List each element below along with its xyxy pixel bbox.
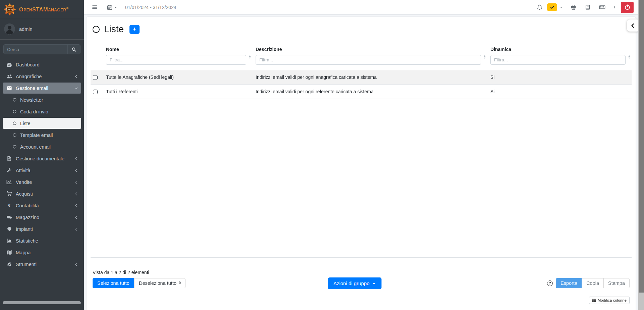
sidebar-item-vendite[interactable]: Vendite [3,176,81,188]
export-button[interactable]: Esporta [556,278,582,288]
gear-logo-icon: OSM [3,3,16,16]
chevron-left-icon [74,74,78,79]
file-icon [6,156,13,161]
liste-table: Nome ▲▼ Descrizione ▲▼ Dinamica ▲▼ [91,43,632,99]
sidebar-search [3,44,80,54]
add-record-button[interactable]: + [129,25,140,34]
sidebar-item-contabilit[interactable]: €Contabilità [3,200,81,211]
cog-icon [6,262,13,267]
sidebar-item-anagrafiche[interactable]: Anagrafiche [3,71,81,82]
sort-icons[interactable]: ▲▼ [628,55,631,59]
module-circle-icon [93,26,100,33]
chevron-left-icon [630,23,635,28]
edit-columns-button[interactable]: Modifica colonne [589,297,630,304]
print-icon[interactable] [571,4,576,10]
row-checkbox[interactable] [93,75,98,80]
table-row[interactable]: Tutte le Anagrafiche (Sedi legali)Indiri… [91,70,632,85]
content-card: Liste + Nome ▲▼ Descrizione ▲▼ [87,17,636,310]
brand-logo[interactable]: OSM OpenSTAManager® [0,0,84,19]
select-all-button[interactable]: Seleziona tutto [93,278,134,288]
sidebar-h-scrollbar[interactable] [3,301,81,304]
puzzle-icon [6,226,13,232]
circle-icon [12,121,17,125]
chevron-left-icon [74,204,78,208]
copy-button[interactable]: Copia [582,278,604,288]
print-button[interactable]: Stampa [603,278,630,288]
sidebar-menu: DashboardAnagraficheGestione emailNewsle… [0,58,84,270]
th-list-icon [592,298,596,302]
chevron-left-icon [74,192,78,196]
results-summary: Vista da 1 a 2 di 2 elementi [93,270,630,275]
sidebar-item-statistiche[interactable]: Statistiche [3,235,81,246]
sidebar-item-magazzino[interactable]: Magazzino [3,212,81,223]
sidebar-item-strumenti[interactable]: Strumenti [3,259,81,270]
column-descrizione: Descrizione ▲▼ [252,43,487,70]
keyboard-shortcuts-icon[interactable] [599,4,605,10]
filter-nome-input[interactable] [106,55,246,65]
sidebar-item-acquisti[interactable]: Acquisti [3,188,81,199]
search-button[interactable] [67,45,80,54]
circle-icon [12,133,17,137]
status-check-button[interactable] [547,3,557,11]
date-range[interactable]: 01/01/2024 - 31/12/2024 [125,5,176,10]
search-input[interactable] [4,45,67,54]
sidebar-item-gestione-email[interactable]: Gestione email [3,83,81,94]
tachometer-icon [6,62,13,67]
search-icon [71,47,76,52]
cell-nome: Tutti i Referenti [103,85,252,99]
group-actions-button[interactable]: Azioni di gruppo [328,277,382,289]
sort-icons[interactable]: ▲▼ [483,55,486,59]
avatar [4,23,15,35]
selection-buttons: Seleziona tutto Deseleziona tutto0 [93,278,185,288]
calendar-dropdown[interactable] [107,5,118,10]
sidebar-item-mappa[interactable]: Mappa [3,247,81,258]
filter-descrizione-input[interactable] [256,55,481,65]
chevron-left-icon [74,215,78,219]
logout-button[interactable] [621,2,634,13]
sidebar-item-newsletter[interactable]: Newsletter [3,94,81,105]
bell-icon[interactable] [537,4,543,10]
top-navbar: 01/01/2024 - 31/12/2024 [84,0,638,15]
row-checkbox[interactable] [93,90,98,94]
sidebar-item-attivit[interactable]: Attività [3,165,81,176]
hamburger-menu-icon[interactable] [92,4,98,10]
sidebar-item-liste[interactable]: Liste [3,118,81,129]
registered-mark: ® [66,6,69,10]
cell-descrizione: Indirizzi email validi per ogni anagrafi… [252,70,487,85]
sidebar: OSM OpenSTAManager® admin DashboardAnagr… [0,0,84,310]
user-panel[interactable]: admin [0,19,84,40]
table-row[interactable]: Tutti i ReferentiIndirizzi email validi … [91,85,632,99]
sort-icons[interactable]: ▲▼ [249,55,251,59]
brand-name: OpenSTAManager® [19,6,69,13]
caret-down-icon[interactable] [559,5,563,9]
sidebar-item-account-email[interactable]: Account email [3,141,81,152]
sidebar-item-template-email[interactable]: Template email [3,130,81,141]
calendar-icon [107,5,112,10]
filter-dinamica-input[interactable] [490,55,626,65]
sidebar-item-coda-di-invio[interactable]: Coda di invio [3,106,81,117]
cell-nome: Tutte le Anagrafiche (Sedi legali) [103,70,252,85]
liste-table-body: Tutte le Anagrafiche (Sedi legali)Indiri… [91,70,632,99]
checkbox-column-header [91,43,103,70]
cart-icon [6,191,13,197]
info-icon[interactable] [613,5,616,10]
sidebar-item-dashboard[interactable]: Dashboard [3,59,81,70]
vertical-scrollbar-thumb[interactable] [639,0,644,293]
sidebar-item-impianti[interactable]: Impianti [3,223,81,235]
cell-dinamica: Si [487,85,632,99]
circle-icon [12,145,17,149]
check-icon [550,5,554,9]
docs-book-icon[interactable] [585,5,590,10]
vertical-scrollbar-track[interactable] [638,0,644,310]
chevron-left-icon [74,227,78,231]
column-nome: Nome ▲▼ [103,43,252,70]
edit-columns-row: Modifica colonne [93,297,630,304]
cell-dinamica: Si [487,70,632,85]
chart-line-icon [6,179,13,185]
svg-text:€: € [8,203,10,207]
sidebar-item-gestione-documentale[interactable]: Gestione documentale [3,153,81,164]
map-icon [6,250,13,255]
deselect-all-button[interactable]: Deseleziona tutto0 [134,278,185,288]
help-icon[interactable]: ? [547,280,553,286]
selected-count: 0 [179,281,181,285]
